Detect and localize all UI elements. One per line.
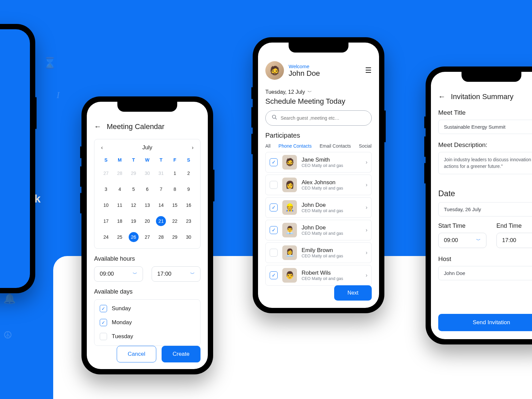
phone-frame-schedule: 🧔 Welcome John Doe ☰ Tuesday, 12 July ﹀ … <box>253 37 384 313</box>
tab-email-contacts[interactable]: Email Contacts <box>320 143 351 149</box>
date-selector[interactable]: Tuesday, 12 July ﹀ <box>265 89 372 95</box>
participant-row[interactable]: ✓👨Robert WilsCEO Matty oil and gas› <box>265 265 372 286</box>
participant-row[interactable]: 👩‍💼Emily BrownCEO Matty oil and gas› <box>265 242 372 263</box>
calendar-day[interactable]: 17 <box>99 213 113 229</box>
next-month-button[interactable]: › <box>190 144 196 151</box>
avatar[interactable]: 🧔 <box>265 61 284 80</box>
month-label: July <box>142 144 152 151</box>
hours-from-select[interactable]: 09:00 ﹀ <box>94 266 143 282</box>
calendar-day[interactable]: 16 <box>182 197 196 213</box>
calendar-day[interactable]: 1 <box>168 165 182 181</box>
tab-phone-contacts[interactable]: Phone Contacts <box>279 143 312 149</box>
calendar-day[interactable]: 27 <box>99 165 113 181</box>
checkbox[interactable]: ✓ <box>270 271 278 279</box>
svg-line-1 <box>275 118 277 119</box>
date-field[interactable]: Tuesday, 26 July <box>438 202 532 216</box>
participant-name: Robert Wils <box>302 270 343 276</box>
available-day-row[interactable]: ✓Monday <box>94 316 200 330</box>
search-icon <box>272 114 277 122</box>
participant-row[interactable]: ✓👷John DoeCEO Matty oil and gas› <box>265 197 372 218</box>
back-arrow-icon[interactable]: ← <box>438 92 446 101</box>
available-day-row[interactable]: Tuesday <box>94 330 200 343</box>
chevron-down-icon: ﹀ <box>476 237 481 243</box>
participant-name: Emily Brown <box>302 247 343 254</box>
create-button[interactable]: Create <box>162 346 200 362</box>
participant-row[interactable]: ✓🧔Jane SmithCEO Matty oil and gas› <box>265 152 372 173</box>
meet-title-field[interactable]: Sustainable Energy Summit <box>438 120 532 134</box>
calendar-day[interactable]: 31 <box>154 165 168 181</box>
prev-month-button[interactable]: ‹ <box>99 144 105 151</box>
search-field[interactable] <box>265 110 372 126</box>
calendar-day[interactable]: 12 <box>127 197 140 213</box>
svg-point-0 <box>272 115 276 118</box>
calendar-day[interactable]: 11 <box>113 197 126 213</box>
calendar-day[interactable]: 9 <box>182 181 196 197</box>
calendar-day[interactable]: 29 <box>168 229 182 245</box>
start-time-select[interactable]: 09:00 ﹀ <box>438 233 486 248</box>
start-time-value: 09:00 <box>444 237 458 244</box>
participant-row[interactable]: ✓👨‍💼John DoeCEO Matty oil and gas› <box>265 220 372 240</box>
bg-hourglass-icon: ⌛ <box>43 57 57 69</box>
hours-to-select[interactable]: 17:00 ﹀ <box>152 266 200 282</box>
calendar-day[interactable]: 28 <box>154 229 168 245</box>
calendar-day[interactable]: 30 <box>140 165 154 181</box>
calendar-day[interactable]: 2 <box>182 165 196 181</box>
host-field[interactable]: John Doe <box>438 266 532 280</box>
calendar-day[interactable]: 19 <box>127 213 140 229</box>
tab-social[interactable]: Social Me <box>359 143 372 149</box>
calendar-day[interactable]: 22 <box>168 213 182 229</box>
bg-bell-icon: 🔔 <box>3 293 16 304</box>
calendar-day[interactable]: 10 <box>99 197 113 213</box>
calendar-day[interactable]: 26 <box>127 229 140 245</box>
calendar-day[interactable]: 24 <box>99 229 113 245</box>
date-label: Date <box>438 189 532 198</box>
calendar-day[interactable]: 3 <box>99 181 113 197</box>
calendar-day[interactable]: 29 <box>127 165 140 181</box>
calendar-grid[interactable]: SMTWTFS272829303112345678910111213141516… <box>99 155 196 245</box>
checkbox[interactable]: ✓ <box>100 319 107 326</box>
calendar-day[interactable]: 25 <box>113 229 126 245</box>
send-invitation-button[interactable]: Send Invitation <box>438 314 532 331</box>
avatar: 👨‍💼 <box>282 223 297 237</box>
calendar-day[interactable]: 13 <box>140 197 154 213</box>
calendar-day[interactable]: 14 <box>154 197 168 213</box>
calendar-day[interactable]: 5 <box>127 181 140 197</box>
calendar-day[interactable]: 21 <box>154 213 168 229</box>
calendar-day[interactable]: 30 <box>182 229 196 245</box>
chevron-right-icon: › <box>366 204 367 210</box>
menu-icon[interactable]: ☰ <box>365 66 372 75</box>
meet-desc-label: Meet Description: <box>438 141 532 149</box>
schedule-title: Schedule Meeting Today <box>265 97 372 106</box>
end-time-select[interactable]: 17:00 ﹀ <box>496 233 532 248</box>
next-button[interactable]: Next <box>334 285 372 301</box>
participant-row[interactable]: 👩Alex JohnsonCEO Matty oil and gas› <box>265 175 372 195</box>
checkbox[interactable] <box>270 181 278 189</box>
calendar-day[interactable]: 15 <box>168 197 182 213</box>
calendar-day[interactable]: 7 <box>154 181 168 197</box>
checkbox[interactable] <box>270 249 278 257</box>
participant-name: John Doe <box>302 202 343 208</box>
meet-desc-field[interactable]: Join industry leaders to discuss innovat… <box>438 152 532 174</box>
chevron-down-icon: ﹀ <box>190 271 195 277</box>
calendar-day[interactable]: 8 <box>168 181 182 197</box>
checkbox[interactable]: ✓ <box>270 158 278 166</box>
calendar-day[interactable]: 18 <box>113 213 126 229</box>
calendar-day[interactable]: 28 <box>113 165 126 181</box>
cancel-button[interactable]: Cancel <box>117 346 156 362</box>
calendar-day[interactable]: 6 <box>140 181 154 197</box>
back-arrow-icon[interactable]: ← <box>94 122 101 131</box>
calendar-day[interactable]: 20 <box>140 213 154 229</box>
calendar-day[interactable]: 27 <box>140 229 154 245</box>
search-input[interactable] <box>281 115 365 121</box>
available-day-row[interactable]: ✓Sunday <box>94 302 200 316</box>
chevron-right-icon: › <box>366 250 367 256</box>
checkbox[interactable]: ✓ <box>270 203 278 211</box>
participant-subtitle: CEO Matty oil and gas <box>302 231 343 236</box>
calendar-day[interactable]: 23 <box>182 213 196 229</box>
checkbox[interactable] <box>100 333 107 340</box>
calendar-day[interactable]: 4 <box>113 181 126 197</box>
checkbox[interactable]: ✓ <box>270 226 278 234</box>
checkbox[interactable]: ✓ <box>100 305 107 312</box>
available-days-label: Available days <box>94 288 200 295</box>
tab-all[interactable]: All <box>265 143 271 149</box>
